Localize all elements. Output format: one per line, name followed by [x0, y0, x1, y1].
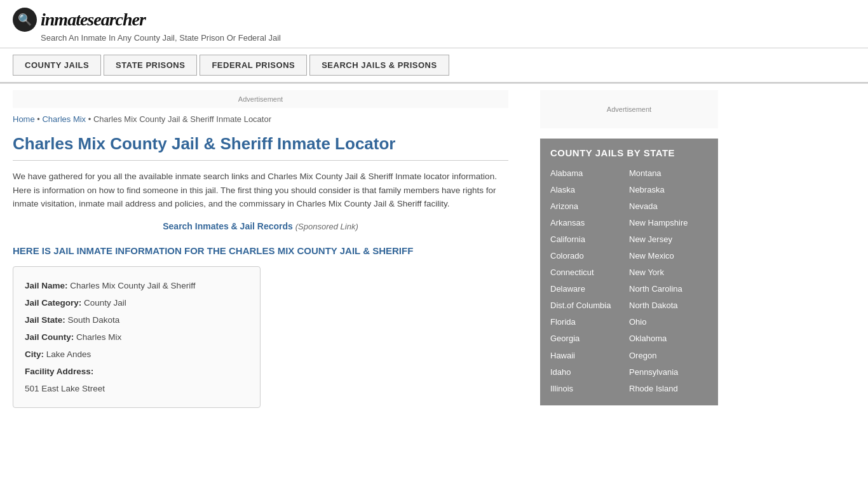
jail-state-label: Jail State: [25, 315, 65, 325]
breadcrumb-sep2: • [88, 114, 93, 124]
jail-category-row: Jail Category: County Jail [25, 294, 248, 311]
site-header: 🔍 inmatesearcher Search An Inmate In Any… [0, 0, 868, 48]
search-link-section: Search Inmates & Jail Records (Sponsored… [13, 221, 508, 231]
state-link[interactable]: Colorado [550, 248, 629, 264]
jail-city-row: City: Lake Andes [25, 346, 248, 363]
jail-category-label: Jail Category: [25, 298, 81, 308]
sidebar-ad-banner: Advertisement [540, 90, 718, 128]
jail-section-header: HERE IS JAIL INMATE INFORMATION FOR THE … [13, 244, 508, 257]
state-link[interactable]: Idaho [550, 365, 629, 380]
jail-city-label: City: [25, 349, 44, 359]
state-link[interactable]: Oklahoma [629, 331, 708, 346]
state-list-title: COUNTY JAILS BY STATE [550, 147, 708, 158]
state-link[interactable]: Rhode Island [629, 381, 708, 396]
jail-address-label: Facility Address: [25, 367, 93, 376]
breadcrumb-parent[interactable]: Charles Mix [42, 114, 86, 124]
state-link[interactable]: New York [629, 265, 708, 280]
state-link[interactable]: Nevada [629, 199, 708, 214]
state-link[interactable]: Connecticut [550, 265, 629, 280]
search-inmates-link[interactable]: Search Inmates & Jail Records [163, 221, 293, 231]
state-link[interactable]: Georgia [550, 331, 629, 346]
main-content: Advertisement Home • Charles Mix • Charl… [0, 84, 527, 427]
logo-icon: 🔍 [13, 8, 37, 32]
top-ad-banner: Advertisement [13, 90, 508, 108]
jail-name-value-text: Charles Mix County Jail & Sheriff [70, 281, 195, 290]
state-link[interactable]: Alabama [550, 166, 629, 181]
nav-federal-prisons[interactable]: FEDERAL PRISONS [200, 55, 307, 76]
jail-state-value-text: South Dakota [68, 315, 120, 325]
state-link[interactable]: Oregon [629, 348, 708, 363]
breadcrumb: Home • Charles Mix • Charles Mix County … [13, 114, 508, 124]
state-link[interactable]: Pennsylvania [629, 365, 708, 380]
state-link[interactable]: New Jersey [629, 232, 708, 247]
jail-county-row: Jail County: Charles Mix [25, 329, 248, 346]
states-right-col: MontanaNebraskaNevadaNew HampshireNew Je… [629, 166, 708, 396]
jail-county-value-text: Charles Mix [76, 332, 121, 342]
nav-bar: COUNTY JAILS STATE PRISONS FEDERAL PRISO… [0, 48, 868, 83]
state-link[interactable]: New Hampshire [629, 215, 708, 231]
jail-name-label: Jail Name: [25, 281, 68, 290]
breadcrumb-current: Charles Mix County Jail & Sheriff Inmate… [93, 114, 271, 124]
jail-address-row: Facility Address: 501 East Lake Street [25, 363, 248, 397]
page-description: We have gathered for you all the availab… [13, 170, 508, 211]
jail-city-value-text: Lake Andes [46, 349, 92, 359]
state-link[interactable]: Dist.of Columbia [550, 298, 629, 313]
main-layout: Advertisement Home • Charles Mix • Charl… [0, 84, 868, 427]
state-link[interactable]: Arizona [550, 199, 629, 214]
breadcrumb-home[interactable]: Home [13, 114, 35, 124]
states-left-col: AlabamaAlaskaArizonaArkansasCaliforniaCo… [550, 166, 629, 396]
state-link[interactable]: Illinois [550, 381, 629, 396]
nav-search-jails[interactable]: SEARCH JAILS & PRISONS [309, 55, 449, 76]
state-link[interactable]: California [550, 232, 629, 247]
state-link[interactable]: Arkansas [550, 215, 629, 231]
state-link[interactable]: Alaska [550, 182, 629, 198]
site-tagline: Search An Inmate In Any County Jail, Sta… [41, 33, 855, 43]
logo-italic: searcher [87, 10, 146, 29]
logo-plain: inmate [41, 10, 87, 29]
state-link[interactable]: New Mexico [629, 248, 708, 264]
state-link[interactable]: Ohio [629, 315, 708, 330]
logo-area: 🔍 inmatesearcher [13, 8, 855, 32]
nav-county-jails[interactable]: COUNTY JAILS [13, 55, 101, 76]
jail-name-row: Jail Name: Charles Mix County Jail & She… [25, 277, 248, 294]
jail-county-label: Jail County: [25, 332, 74, 342]
state-link[interactable]: Nebraska [629, 182, 708, 198]
state-link[interactable]: Delaware [550, 281, 629, 297]
jail-category-value-text: County Jail [84, 298, 126, 308]
jail-info-box: Jail Name: Charles Mix County Jail & She… [13, 266, 261, 408]
page-title: Charles Mix County Jail & Sheriff Inmate… [13, 134, 508, 161]
state-link[interactable]: Montana [629, 166, 708, 181]
sidebar: Advertisement COUNTY JAILS BY STATE Alab… [527, 84, 731, 427]
state-columns: AlabamaAlaskaArizonaArkansasCaliforniaCo… [550, 166, 708, 396]
state-link[interactable]: North Dakota [629, 298, 708, 313]
sponsored-text: (Sponsored Link) [295, 222, 358, 231]
jail-state-row: Jail State: South Dakota [25, 311, 248, 329]
state-link[interactable]: North Carolina [629, 281, 708, 297]
state-link[interactable]: Hawaii [550, 348, 629, 363]
jail-address-value: 501 East Lake Street [25, 384, 105, 393]
logo-text: inmatesearcher [41, 10, 146, 30]
state-list-box: COUNTY JAILS BY STATE AlabamaAlaskaArizo… [540, 139, 718, 405]
nav-state-prisons[interactable]: STATE PRISONS [104, 55, 197, 76]
state-link[interactable]: Florida [550, 315, 629, 330]
